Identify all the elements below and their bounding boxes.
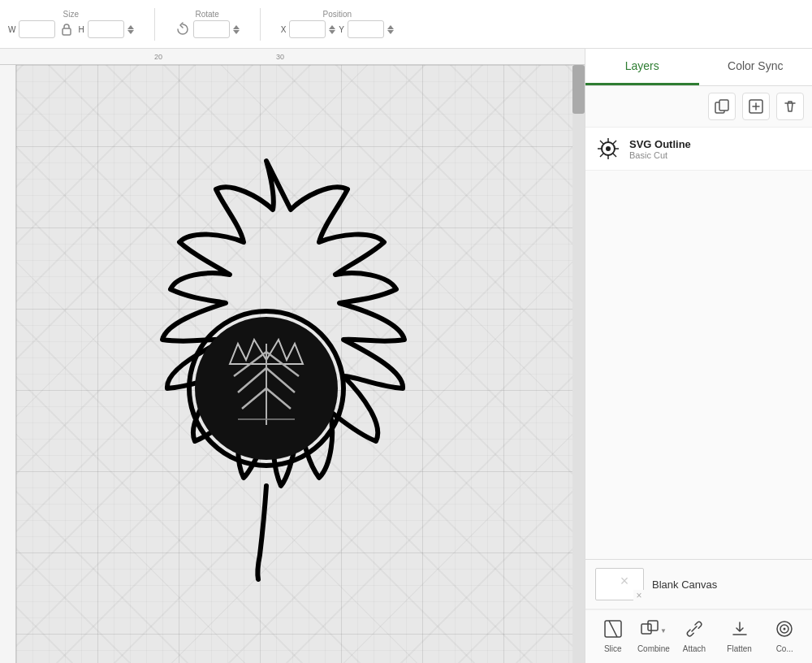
size-stepper[interactable] bbox=[127, 25, 134, 34]
flatten-label: Flatten bbox=[727, 644, 752, 653]
svg-point-26 bbox=[784, 628, 786, 630]
blank-canvas-thumbnail: × bbox=[595, 568, 644, 600]
lock-icon[interactable] bbox=[58, 23, 75, 36]
layer-info: SVG Outline Basic Cut bbox=[629, 138, 802, 160]
size-inputs: W H bbox=[8, 20, 134, 38]
svg-line-17 bbox=[613, 141, 616, 144]
position-inputs: X Y bbox=[281, 20, 394, 38]
combine-row: ▼ bbox=[641, 620, 667, 642]
contour-label: Co... bbox=[776, 644, 793, 653]
scrollbar-right[interactable] bbox=[572, 65, 585, 663]
flatten-icon bbox=[731, 620, 749, 642]
h-label: H bbox=[78, 25, 84, 34]
blank-canvas-item[interactable]: × Blank Canvas bbox=[585, 560, 812, 609]
toolbar-size-group: Size W H bbox=[8, 10, 134, 38]
x-label: X bbox=[281, 25, 287, 34]
position-label: Position bbox=[323, 10, 352, 19]
size-label: Size bbox=[63, 10, 79, 19]
rotate-label: Rotate bbox=[195, 10, 218, 19]
ruler-mark-30: 30 bbox=[276, 53, 284, 61]
tab-layers[interactable]: Layers bbox=[585, 49, 699, 85]
toolbar-rotate-group: Rotate bbox=[175, 10, 240, 38]
y-input[interactable] bbox=[348, 20, 384, 38]
svg-line-20 bbox=[609, 621, 617, 637]
delete-icon bbox=[783, 99, 797, 114]
attach-icon bbox=[685, 620, 703, 642]
width-input[interactable] bbox=[19, 20, 55, 38]
svg-line-16 bbox=[613, 154, 616, 157]
copy-layer-button[interactable] bbox=[708, 93, 736, 120]
panel-toolbar bbox=[585, 86, 812, 128]
tabs: Layers Color Sync bbox=[585, 49, 812, 86]
flatten-button[interactable]: Flatten bbox=[717, 617, 762, 656]
slice-label: Slice bbox=[604, 644, 622, 653]
delete-layer-button[interactable] bbox=[776, 93, 804, 120]
y-stepper[interactable] bbox=[387, 25, 394, 34]
ruler-left bbox=[0, 65, 16, 663]
bottom-panel: × Blank Canvas Slice bbox=[585, 559, 812, 663]
attach-button[interactable]: Attach bbox=[672, 617, 717, 656]
layer-name: SVG Outline bbox=[629, 138, 802, 150]
svg-outline-icon bbox=[596, 136, 620, 161]
attach-label: Attach bbox=[683, 644, 706, 653]
scrollbar-thumb[interactable] bbox=[572, 65, 585, 114]
svg-rect-22 bbox=[648, 621, 658, 630]
tab-color-sync[interactable]: Color Sync bbox=[699, 49, 813, 85]
layer-type: Basic Cut bbox=[629, 150, 802, 160]
canvas-area[interactable]: 20 30 bbox=[0, 49, 585, 663]
svg-point-10 bbox=[606, 146, 611, 151]
svg-line-15 bbox=[600, 141, 603, 144]
contour-icon bbox=[775, 620, 793, 642]
divider-1 bbox=[154, 8, 155, 41]
x-input[interactable] bbox=[289, 20, 326, 38]
main-area: 20 30 bbox=[0, 49, 812, 663]
svg-line-18 bbox=[600, 154, 603, 157]
layer-icon bbox=[595, 136, 621, 162]
slice-button[interactable]: Slice bbox=[590, 617, 635, 656]
ruler-top: 20 30 bbox=[0, 49, 585, 65]
artwork-svg bbox=[63, 136, 469, 592]
rotate-input[interactable] bbox=[193, 20, 230, 38]
action-bar: Slice ▼ Combine bbox=[585, 609, 812, 663]
svg-rect-5 bbox=[719, 100, 728, 110]
canvas-content[interactable] bbox=[16, 65, 572, 663]
contour-button[interactable]: Co... bbox=[762, 617, 807, 656]
x-stepper[interactable] bbox=[329, 25, 335, 34]
combine-label: Combine bbox=[637, 644, 670, 653]
add-icon bbox=[749, 99, 763, 114]
y-label: Y bbox=[339, 25, 344, 34]
blank-canvas-label: Blank Canvas bbox=[652, 578, 717, 591]
toolbar-position-group: Position X Y bbox=[281, 10, 394, 38]
duplicate-icon bbox=[715, 99, 729, 114]
divider-2 bbox=[260, 8, 261, 41]
svg-rect-0 bbox=[63, 28, 71, 35]
rotate-icon bbox=[175, 22, 190, 37]
height-input[interactable] bbox=[88, 20, 124, 38]
right-panel: Layers Color Sync bbox=[585, 49, 812, 663]
add-layer-button[interactable] bbox=[742, 93, 770, 120]
ruler-mark-20: 20 bbox=[154, 53, 162, 61]
top-toolbar: Size W H Rotate bbox=[0, 0, 812, 49]
combine-icon bbox=[641, 620, 659, 642]
combine-button[interactable]: ▼ Combine bbox=[636, 617, 672, 656]
combine-dropdown-arrow: ▼ bbox=[660, 627, 667, 635]
rotate-inputs bbox=[175, 20, 240, 38]
svg-rect-21 bbox=[641, 624, 651, 634]
slice-icon bbox=[604, 620, 622, 642]
layer-item[interactable]: SVG Outline Basic Cut bbox=[585, 128, 812, 171]
rotate-stepper[interactable] bbox=[233, 25, 240, 34]
w-label: W bbox=[8, 25, 15, 34]
